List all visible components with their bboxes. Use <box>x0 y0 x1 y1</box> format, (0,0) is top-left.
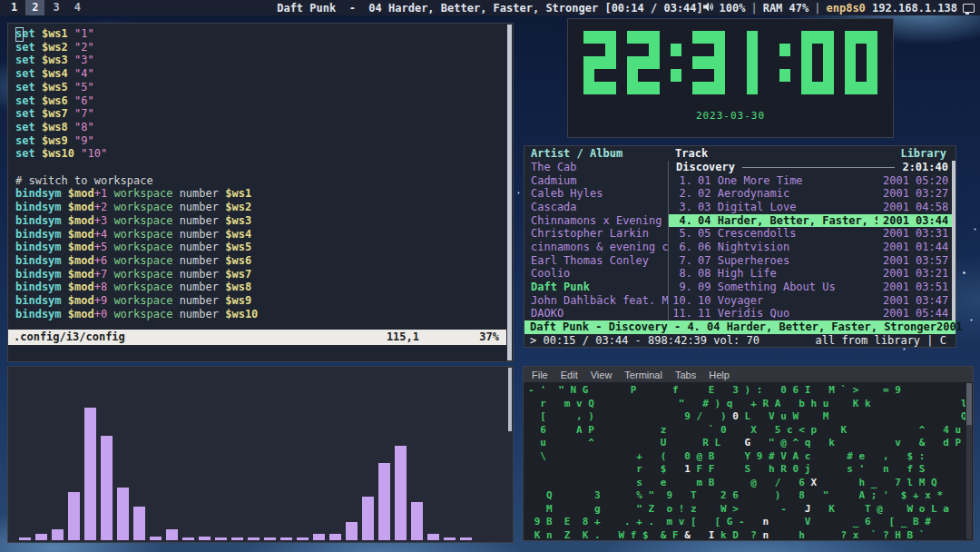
editor-line: bindsym $mod+0 workspace number $ws10 <box>15 308 505 321</box>
editor-line: bindsym $mod+8 workspace number $ws8 <box>15 281 505 294</box>
library-header: Library <box>900 146 946 161</box>
track-header: Track <box>675 146 708 161</box>
visualizer-scrollbar[interactable] <box>508 368 512 431</box>
artist-item: Chinnamons x Evening Ci… <box>524 214 668 228</box>
editor-line: set $ws2 "2" <box>15 41 505 54</box>
visualizer-bar <box>411 502 423 540</box>
artist-item: Coolio <box>524 267 668 281</box>
visualizer-bar <box>346 522 358 540</box>
network-interface: enp8s0 <box>826 2 865 15</box>
terminal-scrollbar[interactable] <box>966 383 972 539</box>
editor-line: bindsym $mod+2 workspace number $ws2 <box>15 201 505 214</box>
vim-statusline: .config/i3/config 115,1 37% <box>8 330 506 345</box>
editor-line: set $ws1 "1" <box>15 27 505 41</box>
visualizer-bar <box>166 529 178 540</box>
volume-value: 100% <box>720 2 746 15</box>
cmus-header: Artist / Album Track Library <box>524 146 956 161</box>
clock-window: 2023-03-30 <box>567 18 894 138</box>
now-playing-bar: Daft Punk - Discovery - 4. 04 Harder, Be… <box>524 320 956 334</box>
artist-item: John Dahlbäck feat. Mel… <box>524 294 668 308</box>
visualizer-bar <box>297 537 309 540</box>
track-item: 7.07 Superheroes200103:57 <box>669 254 956 268</box>
visualizer-bar <box>117 488 129 540</box>
vim-scroll-percent: 37% <box>479 330 499 345</box>
clock-digit <box>845 31 877 94</box>
artist-album-header: Artist / Album <box>531 146 622 161</box>
artist-list: The CabCadmiumCaleb HylesCascadaChinnamo… <box>524 161 669 320</box>
menu-item-tabs[interactable]: Tabs <box>675 370 696 380</box>
matrix-row: r $ 1 F F S h R 0 j s ' n f S <box>528 463 965 477</box>
editor-line: set $ws6 "6" <box>15 94 505 108</box>
visualizer-bar <box>182 537 194 540</box>
now-playing-text: Daft Punk - Discovery - 4. 04 Harder, Be… <box>530 320 936 334</box>
editor-window[interactable]: set $ws1 "1"set $ws2 "2"set $ws3 "3"set … <box>7 23 514 362</box>
album-row: Discovery2:01:40 <box>669 161 956 174</box>
clock-time <box>568 31 893 94</box>
artist-item: Christopher Larkin <box>524 227 668 241</box>
now-playing-year: 2001 <box>936 320 963 334</box>
clock-digit <box>801 31 834 94</box>
clock-colon <box>779 31 790 94</box>
music-player-window[interactable]: Artist / Album Track Library The CabCadm… <box>524 145 956 348</box>
track-item: 1.01 One More Time200105:20 <box>669 174 956 188</box>
clock-date: 2023-03-30 <box>568 110 893 122</box>
visualizer-bar <box>362 497 374 540</box>
editor-line: # switch to workspace <box>15 174 505 188</box>
visualizer-bar <box>444 537 456 540</box>
artist-item: Caleb Hyles <box>524 187 668 201</box>
visualizer-bar <box>101 436 113 540</box>
visualizer-window[interactable] <box>7 366 514 543</box>
vim-cursor-position: 115,1 <box>387 330 419 345</box>
menu-item-help[interactable]: Help <box>709 370 730 380</box>
menu-item-view[interactable]: View <box>591 370 612 380</box>
ram-usage: RAM 47% <box>763 2 809 15</box>
artist-item: Cadmium <box>524 174 668 188</box>
artist-item: Earl Thomas Conley <box>524 254 668 268</box>
editor-cursor <box>15 27 24 42</box>
cmus-body: The CabCadmiumCaleb HylesCascadaChinnamo… <box>524 161 956 320</box>
track-item: 5.05 Crescendolls200103:31 <box>669 227 956 241</box>
editor-line: bindsym $mod+1 workspace number $ws1 <box>15 187 505 201</box>
editor-line: set $ws9 "9" <box>15 134 505 148</box>
artist-item: DAOKO <box>524 307 668 320</box>
editor-line: bindsym $mod+3 workspace number $ws3 <box>15 214 505 228</box>
track-item-active: 4.04 Harder, Better, Faster, Stron…20010… <box>669 214 956 228</box>
menu-item-file[interactable]: File <box>532 370 548 380</box>
terminal-scroll-thumb[interactable] <box>966 383 972 425</box>
editor-line: set $ws4 "4" <box>15 67 505 81</box>
editor-line: bindsym $mod+6 workspace number $ws6 <box>15 254 505 268</box>
terminal-window[interactable]: FileEditViewTerminalTabsHelp - ' " N G P… <box>523 366 974 541</box>
separator: | <box>750 2 757 15</box>
editor-line: bindsym $mod+9 workspace number $ws9 <box>15 294 505 308</box>
menu-item-edit[interactable]: Edit <box>561 370 578 380</box>
visualizer-bar <box>329 534 341 540</box>
editor-line: set $ws8 "8" <box>15 121 505 134</box>
track-item: 6.06 Nightvision200101:44 <box>669 241 956 254</box>
matrix-row: - ' " N G P f E 3 ) : 0 6 I M ` > = 9 <box>528 384 965 398</box>
desktop: 1234 Daft Punk - 04 Harder, Better, Fast… <box>0 0 980 552</box>
display-icon <box>963 4 975 13</box>
visualizer-bar <box>133 507 145 540</box>
editor-line: bindsym $mod+7 workspace number $ws7 <box>15 268 505 281</box>
visualizer-bar <box>395 446 407 540</box>
terminal-content[interactable]: - ' " N G P f E 3 ) : 0 6 I M ` > = 9 r … <box>524 382 965 540</box>
ip-address: 192.168.1.138 <box>872 2 957 15</box>
matrix-row: M g " Z o ! z W > - J K T @ W o L a <box>528 503 965 517</box>
track-item: 3.03 Digital Love200104:58 <box>669 201 956 214</box>
editor-content[interactable]: set $ws1 "1"set $ws2 "2"set $ws3 "3"set … <box>8 24 505 329</box>
cmus-scrollbar[interactable] <box>952 161 956 320</box>
vim-filename: .config/i3/config <box>14 330 125 345</box>
visualizer-bar <box>280 537 292 540</box>
artist-item: cinnamons & evening cin… <box>524 241 668 254</box>
editor-line: set $ws7 "7" <box>15 107 505 121</box>
matrix-row: s e m B @ / 6 X h _ 7 l M Q <box>528 477 965 490</box>
clock-digit <box>736 31 769 94</box>
track-item: 9.09 Something About Us200103:51 <box>669 281 956 294</box>
playback-status: > 00:15 / 03:44 - 898:42:39 vol: 70 <box>530 334 760 348</box>
visualizer-bar <box>199 537 211 540</box>
clock-digit <box>627 31 660 94</box>
menu-item-terminal[interactable]: Terminal <box>624 370 662 380</box>
artist-item: The Cab <box>524 161 668 174</box>
visualizer-bar <box>231 537 243 540</box>
editor-scrollbar[interactable] <box>507 25 512 360</box>
